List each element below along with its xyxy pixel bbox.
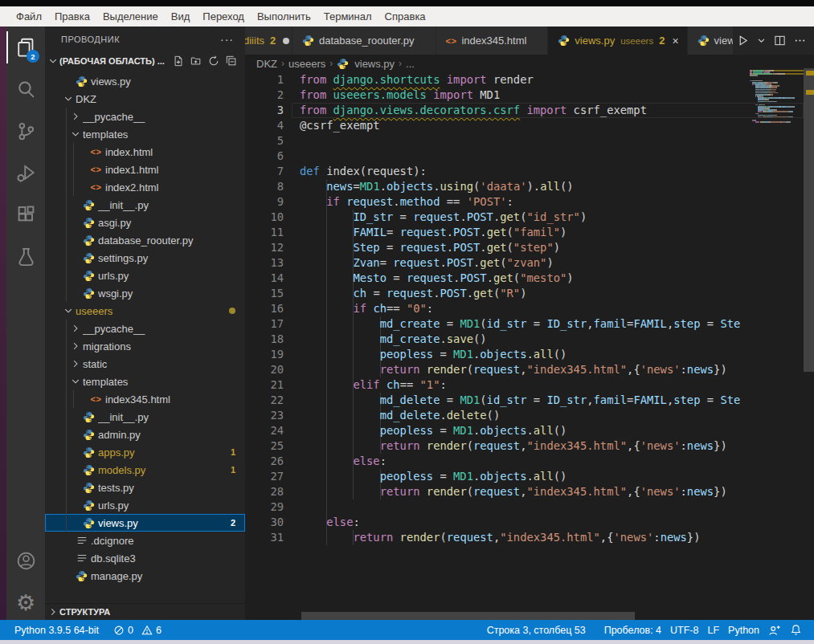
tree-item-index.html[interactable]: <>index.html [45, 143, 245, 161]
activity-source-control-icon[interactable] [6, 110, 45, 152]
workspace-section-header[interactable]: (РАБОЧАЯ ОБЛАСТЬ) ... [45, 52, 245, 70]
interpreter-status[interactable]: Python 3.9.5 64-bit [14, 625, 99, 636]
close-icon[interactable]: × [672, 35, 678, 47]
collapse-all-icon[interactable] [226, 55, 237, 67]
code-editor[interactable]: 1from django.shortcuts import render2fro… [245, 72, 814, 620]
refresh-icon[interactable] [208, 55, 219, 67]
activity-run-debug-icon[interactable] [6, 152, 45, 194]
breadcrumb-item[interactable]: DKZ [256, 58, 277, 70]
chevron-right-icon [70, 359, 81, 369]
tree-item-static[interactable]: static [45, 355, 245, 373]
code-line-2: 2from useeers.models import MD1 [245, 88, 746, 103]
problems-status[interactable]: 0 6 [113, 625, 162, 636]
menu-item-1[interactable]: Файл [10, 10, 48, 22]
tree-item-views.py[interactable]: views.py2 [45, 514, 245, 532]
code-line-text: md_delete = MD1(id_str = ID_str,famil=FA… [300, 393, 740, 408]
tree-item-index1.html[interactable]: <>index1.html [45, 161, 245, 178]
status-item-5[interactable]: Python [728, 625, 759, 636]
tree-item-templates[interactable]: templates [45, 125, 245, 143]
tree-item-__pycache__[interactable]: __pycache__ [45, 320, 245, 337]
tab-diiits-1[interactable]: diiits2 [245, 26, 292, 55]
menu-item-7[interactable]: Терминал [317, 10, 378, 22]
tab-views.py-5[interactable]: views.py [688, 26, 733, 55]
breadcrumb[interactable]: DKZ›useeers›views.py›... [245, 55, 814, 72]
python-file-icon [81, 199, 96, 211]
modified-dot-icon[interactable] [283, 38, 289, 44]
tree-item-__init__.py[interactable]: __init__.py [45, 196, 245, 214]
activity-search-icon[interactable] [6, 68, 45, 110]
code-line-text: peopless = MD1.objects.all() [300, 423, 567, 438]
menu-item-6[interactable]: Выполнить [251, 10, 317, 22]
line-number: 5 [245, 133, 284, 149]
tree-item-wsgi.py[interactable]: wsgi.py [45, 284, 245, 302]
tree-item-label: asgi.py [98, 217, 245, 229]
activity-settings-icon[interactable]: ⚙ [6, 581, 45, 623]
list-file-icon [74, 552, 89, 564]
status-bar: Python 3.9.5 64-bit 0 6 Строка 3, столбе… [0, 620, 814, 640]
tab-database_roouter.py-2[interactable]: database_roouter.py [292, 26, 436, 55]
menu-item-4[interactable]: Вид [165, 10, 197, 22]
tree-item-migrations[interactable]: migrations [45, 337, 245, 355]
tree-item-urls.py[interactable]: urls.py [45, 496, 245, 514]
horizontal-scrollbar[interactable] [301, 612, 635, 620]
tab-problems-badge: 2 [270, 35, 276, 47]
tree-item-settings.py[interactable]: settings.py [45, 249, 245, 267]
tree-item-index2.html[interactable]: <>index2.html [45, 178, 245, 196]
tree-item-manage.py[interactable]: manage.py [45, 567, 245, 585]
tree-item-asgi.py[interactable]: asgi.py [45, 214, 245, 231]
tree-item-__pycache__[interactable]: __pycache__ [45, 108, 245, 125]
tree-item-database_roouter.py[interactable]: database_roouter.py [45, 231, 245, 249]
breadcrumb-item[interactable]: ... [406, 58, 415, 70]
tab-views.py-useeers-4[interactable]: views.pyuseeers2× [548, 26, 686, 55]
outline-section-header[interactable]: СТРУКТУРА [45, 603, 245, 620]
tree-item-admin.py[interactable]: admin.py [45, 426, 245, 443]
tree-item-__init__.py[interactable]: __init__.py [45, 408, 245, 426]
status-item-3[interactable]: UTF-8 [670, 625, 698, 636]
activity-explorer-icon[interactable]: 2 [6, 26, 45, 68]
new-file-icon[interactable] [173, 55, 184, 67]
menu-item-8[interactable]: Справка [378, 10, 432, 22]
tree-item-.dcignore[interactable]: .dcignore [45, 532, 245, 549]
activity-extensions-icon[interactable] [6, 194, 45, 235]
tree-item-useeers[interactable]: useeers [45, 302, 245, 320]
tree-item-db.sqlite3[interactable]: db.sqlite3 [45, 549, 245, 567]
menu-item-5[interactable]: Переход [196, 10, 251, 22]
activity-account-icon[interactable] [6, 540, 45, 581]
vertical-scrollbar[interactable] [804, 68, 814, 372]
run-icon[interactable] [737, 35, 749, 47]
tab-index345.html-3[interactable]: <>index345.html [436, 26, 548, 55]
sidebar-more-icon[interactable]: ··· [220, 33, 234, 46]
code-line-4: 4@csrf_exempt [245, 118, 746, 133]
breadcrumb-item[interactable]: useeers [288, 58, 325, 70]
indent-guide [66, 479, 67, 496]
code-line-16: 16 if ch== "0": [245, 301, 746, 316]
tree-item-templates[interactable]: templates [45, 373, 245, 390]
code-line-21: 21 elif ch== "1": [245, 377, 746, 393]
tree-item-models.py[interactable]: models.py1 [45, 461, 245, 479]
chevron-down-icon[interactable] [757, 36, 766, 45]
status-item-2[interactable]: Пробелов: 4 [604, 625, 661, 636]
tree-item-tests.py[interactable]: tests.py [45, 479, 245, 496]
breadcrumb-item[interactable]: views.py [354, 58, 395, 70]
new-folder-icon[interactable] [190, 55, 202, 67]
status-item-4[interactable]: LF [707, 625, 719, 636]
tree-item-urls.py[interactable]: urls.py [45, 267, 245, 284]
tree-item-DKZ[interactable]: DKZ [45, 90, 245, 108]
status-item-1[interactable]: Строка 3, столбец 53 [487, 625, 586, 636]
breadcrumb-separator: › [281, 58, 284, 69]
more-icon[interactable] [794, 35, 806, 47]
line-number: 25 [245, 438, 284, 454]
tree-item-index345.html[interactable]: <>index345.html [45, 390, 245, 408]
feedback-icon[interactable] [768, 624, 781, 637]
split-editor-icon[interactable] [774, 35, 786, 47]
python-file-icon [81, 270, 96, 282]
tree-item-views.py[interactable]: views.py [45, 72, 245, 90]
code-line-text: elif ch== "1": [300, 377, 447, 393]
menu-item-2[interactable]: Правка [48, 10, 96, 22]
tab-label: database_roouter.py [319, 35, 415, 47]
activity-testing-icon[interactable] [6, 235, 45, 277]
tree-item-label: urls.py [98, 499, 245, 512]
menu-item-3[interactable]: Выделение [96, 10, 165, 22]
bell-icon[interactable] [790, 624, 802, 636]
tree-item-apps.py[interactable]: apps.py1 [45, 443, 245, 461]
